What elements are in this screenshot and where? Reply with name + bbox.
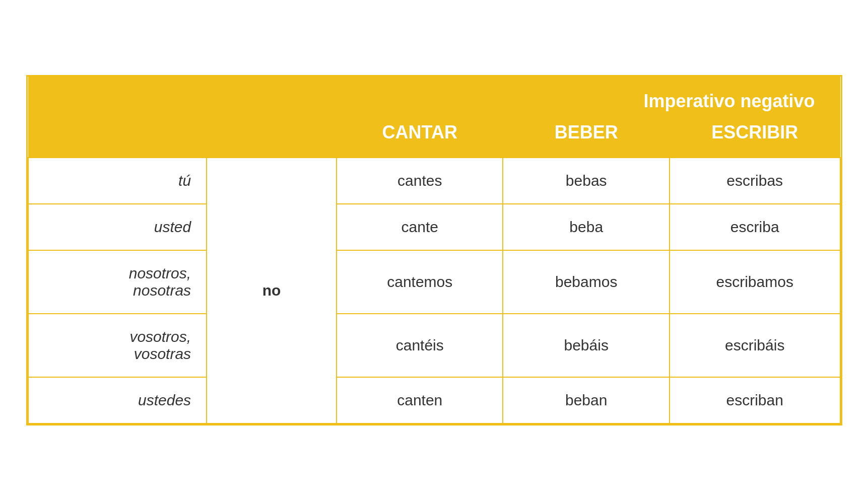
title-row: Imperativo negativo: [28, 77, 840, 117]
pronoun-cell: vosotros,vosotras: [28, 314, 207, 377]
escribir-cell: escribamos: [670, 250, 840, 314]
beber-cell: bebas: [503, 158, 669, 204]
cantar-header: CANTAR: [337, 117, 503, 158]
table-row: vosotros,vosotrascantéisbebáisescribáis: [28, 314, 840, 377]
beber-cell: beba: [503, 204, 669, 250]
cantar-cell: canten: [337, 377, 503, 423]
cantar-cell: cantes: [337, 158, 503, 204]
cantar-cell: cantéis: [337, 314, 503, 377]
beber-cell: bebamos: [503, 250, 669, 314]
cantar-cell: cante: [337, 204, 503, 250]
cantar-cell: cantemos: [337, 250, 503, 314]
conjugation-table: Imperativo negativo CANTAR BEBER ESCRIBI…: [26, 75, 842, 425]
beber-cell: bebáis: [503, 314, 669, 377]
escribir-cell: escribáis: [670, 314, 840, 377]
beber-cell: beban: [503, 377, 669, 423]
table-title: Imperativo negativo: [28, 77, 840, 117]
escribir-header: ESCRIBIR: [670, 117, 840, 158]
pronoun-cell: ustedes: [28, 377, 207, 423]
table-row: nosotros,nosotrascantemosbebamosescribam…: [28, 250, 840, 314]
pronoun-cell: usted: [28, 204, 207, 250]
table-row: ustedcantebebaescriba: [28, 204, 840, 250]
no-word-cell: no: [207, 158, 337, 423]
no-header-empty: [207, 117, 337, 158]
verb-header-row: CANTAR BEBER ESCRIBIR: [28, 117, 840, 158]
pronoun-header-empty: [28, 117, 207, 158]
beber-header: BEBER: [503, 117, 669, 158]
escribir-cell: escriba: [670, 204, 840, 250]
pronoun-cell: nosotros,nosotras: [28, 250, 207, 314]
escribir-cell: escriban: [670, 377, 840, 423]
table-row: ustedescantenbebanescriban: [28, 377, 840, 423]
pronoun-cell: tú: [28, 158, 207, 204]
escribir-cell: escribas: [670, 158, 840, 204]
table-row: túnocantesbebasescribas: [28, 158, 840, 204]
